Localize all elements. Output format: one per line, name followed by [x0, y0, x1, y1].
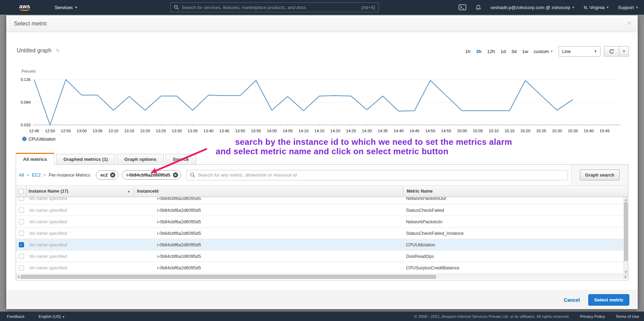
- svg-text:0.033: 0.033: [21, 123, 31, 127]
- feedback-link[interactable]: Feedback: [7, 314, 25, 319]
- column-header-instance-name[interactable]: Instance Name (17) ▲: [26, 186, 134, 197]
- navbar-search-input[interactable]: [182, 5, 359, 10]
- row-checkbox[interactable]: ✓: [19, 242, 24, 247]
- cell-metric-name: CPUUtilization: [403, 242, 628, 247]
- svg-text:0.084: 0.084: [21, 100, 31, 104]
- services-menu[interactable]: Services ▼: [55, 5, 78, 10]
- table-row[interactable]: No name specifiedi-0b84cbf6a2d6095d5Netw…: [16, 216, 628, 227]
- tab-all-metrics[interactable]: All metrics: [16, 153, 54, 165]
- table-row[interactable]: No name specifiedi-0b84cbf6a2d6095d5CPUS…: [16, 262, 628, 274]
- time-range-3h[interactable]: 3h: [476, 49, 482, 54]
- cloudshell-icon[interactable]: [459, 4, 466, 10]
- table-header: Instance Name (17) ▲ InstanceId Metric N…: [16, 186, 628, 197]
- cell-instance-name: No name specified: [26, 231, 134, 236]
- time-range-1d[interactable]: 1d: [500, 49, 506, 54]
- filter-pill-ec2[interactable]: ec2✕: [96, 170, 118, 180]
- keyboard-shortcut-hint: [Alt+S]: [361, 5, 375, 10]
- svg-text:14:35: 14:35: [378, 129, 388, 133]
- cell-instance-id: i-0b84cbf6a2d6095d5: [134, 254, 403, 259]
- svg-text:14:10: 14:10: [299, 129, 309, 133]
- header-scroll-spacer: [623, 186, 628, 197]
- table-row[interactable]: No name specifiedi-0b84cbf6a2d6095d5Stat…: [16, 204, 628, 216]
- privacy-policy-link[interactable]: Privacy Policy: [580, 314, 605, 319]
- svg-text:12:45: 12:45: [29, 129, 39, 133]
- chart-legend[interactable]: CPUUtilization: [22, 137, 56, 142]
- aws-logo[interactable]: aws: [19, 4, 30, 11]
- graph-search-cell: Graph search: [571, 165, 628, 185]
- row-checkbox[interactable]: [19, 219, 24, 224]
- tab-graphed-metrics-1[interactable]: Graphed metrics (1): [56, 154, 115, 164]
- checkbox-cell: [16, 197, 26, 201]
- navbar-search[interactable]: [Alt+S]: [170, 2, 379, 12]
- svg-text:14:00: 14:00: [267, 129, 277, 133]
- table-row[interactable]: ✓No name specifiedi-0b84cbf6a2d6095d5CPU…: [16, 239, 628, 251]
- time-range-12h[interactable]: 12h: [487, 49, 495, 54]
- column-header-instance-id[interactable]: InstanceId: [134, 186, 403, 197]
- modal-title: Select metric: [14, 20, 47, 27]
- time-range-1h[interactable]: 1h: [465, 49, 470, 54]
- terms-of-use-link[interactable]: Terms of Use: [615, 314, 639, 319]
- svg-text:13:20: 13:20: [140, 129, 150, 133]
- table-row[interactable]: No name specifiedi-0b84cbf6a2d6095d5Stat…: [16, 227, 628, 239]
- svg-text:14:40: 14:40: [393, 129, 404, 133]
- table-rows: No name specifiedi-0b84cbf6a2d6095d5Netw…: [16, 197, 628, 274]
- modal-footer: Cancel Select metric: [6, 290, 638, 309]
- svg-text:14:50: 14:50: [425, 129, 435, 133]
- row-checkbox[interactable]: [19, 197, 24, 201]
- chevron-down-icon: ▼: [594, 50, 597, 53]
- horizontal-scrollbar[interactable]: ◄ ►: [16, 274, 628, 279]
- cell-instance-name: No name specified: [26, 254, 134, 259]
- time-range-1w[interactable]: 1w: [522, 49, 528, 54]
- breadcrumb-per-instance-metrics: Per-Instance Metrics: [49, 172, 90, 178]
- breadcrumb-ec2[interactable]: EC2: [32, 172, 40, 178]
- vertical-scroll-thumb[interactable]: [624, 202, 628, 261]
- account-menu[interactable]: seshadri.p@zohocorp.com @ zohocorp ▼: [490, 5, 575, 10]
- annotation-arrow: [146, 146, 213, 180]
- chart-type-value: Line: [562, 49, 594, 54]
- row-checkbox[interactable]: [19, 254, 24, 259]
- checkbox-cell: [16, 219, 26, 224]
- breadcrumb-all[interactable]: All: [19, 172, 24, 178]
- notifications-bell-icon[interactable]: [475, 5, 481, 10]
- cell-instance-id: i-0b84cbf6a2d6095d5: [134, 197, 403, 201]
- scroll-down-button[interactable]: ▼: [624, 269, 628, 274]
- search-icon: [174, 5, 179, 10]
- svg-text:15:30: 15:30: [552, 129, 562, 133]
- scroll-up-button[interactable]: ▲: [624, 197, 628, 202]
- vertical-scrollbar[interactable]: ▲ ▼: [623, 197, 628, 274]
- row-checkbox[interactable]: [19, 265, 24, 270]
- cancel-button[interactable]: Cancel: [564, 297, 580, 303]
- metrics-panel: All>EC2>Per-Instance Metrics ec2✕i-0b84c…: [16, 164, 628, 281]
- table-row[interactable]: No name specifiedi-0b84cbf6a2d6095d5Disk…: [16, 251, 628, 262]
- time-range-3d[interactable]: 3d: [511, 49, 516, 54]
- breadcrumb: All>EC2>Per-Instance Metrics: [19, 172, 90, 178]
- support-menu[interactable]: Support ▼: [618, 5, 638, 10]
- column-header-metric-name[interactable]: Metric Name: [403, 186, 623, 197]
- time-range-custom[interactable]: custom▼: [534, 49, 553, 54]
- region-menu[interactable]: N. Virginia ▼: [584, 5, 609, 10]
- select-all-cell: [16, 186, 26, 197]
- cell-instance-name: No name specified: [26, 208, 134, 213]
- metric-search-input[interactable]: [198, 172, 564, 178]
- row-checkbox[interactable]: [19, 208, 24, 213]
- row-checkbox[interactable]: [19, 231, 24, 236]
- copyright-text: © 2008 - 2021, Amazon Internet Services …: [414, 314, 570, 319]
- svg-text:12:55: 12:55: [61, 129, 71, 133]
- language-selector[interactable]: English (US) ▼: [39, 314, 65, 319]
- cell-instance-id: i-0b84cbf6a2d6095d5: [134, 231, 403, 236]
- horizontal-scroll-thumb[interactable]: [21, 275, 436, 279]
- graph-search-button[interactable]: Graph search: [580, 170, 620, 180]
- metric-search-box[interactable]: [186, 170, 568, 180]
- select-metric-button[interactable]: Select metric: [588, 294, 629, 306]
- table-row[interactable]: No name specifiedi-0b84cbf6a2d6095d5Netw…: [16, 197, 628, 204]
- select-all-checkbox[interactable]: [18, 189, 24, 194]
- close-icon[interactable]: ✕: [627, 20, 631, 26]
- remove-filter-icon[interactable]: ✕: [110, 172, 115, 178]
- scroll-right-button[interactable]: ►: [623, 275, 628, 279]
- support-label: Support: [618, 5, 634, 10]
- svg-text:13:25: 13:25: [156, 129, 166, 133]
- select-metric-modal: Select metric ✕ Untitled graph ✎ 1h3h12h…: [6, 15, 638, 309]
- navbar-right-group: seshadri.p@zohocorp.com @ zohocorp ▼ N. …: [459, 0, 638, 15]
- edit-graph-title-icon[interactable]: ✎: [56, 48, 60, 53]
- scroll-left-button[interactable]: ◄: [16, 275, 21, 279]
